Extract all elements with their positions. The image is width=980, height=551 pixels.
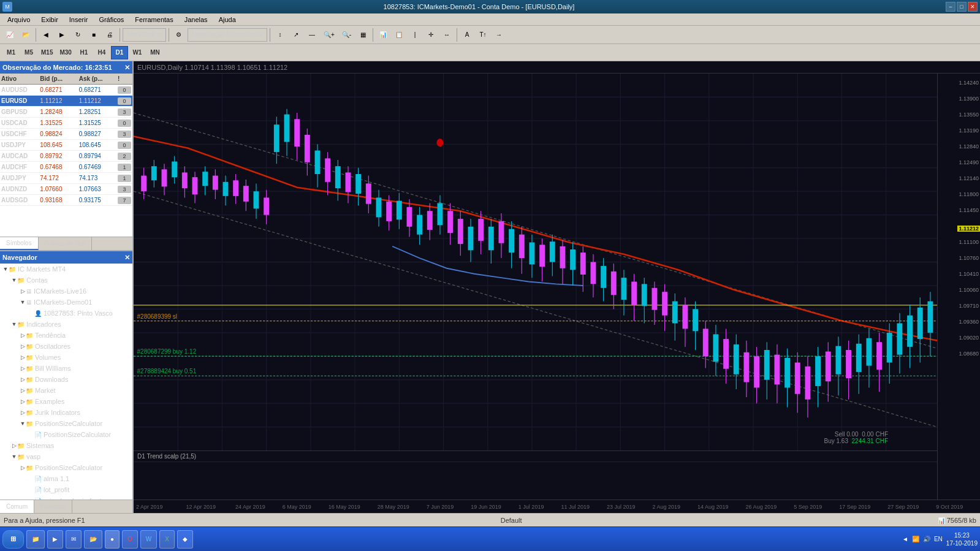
tree-item-vasp[interactable]: ▼📁vasp (0, 451, 132, 462)
nav-tab-favoritos[interactable]: Favoritos (34, 500, 72, 513)
tree-item-contas[interactable]: ▼📁Contas (0, 275, 132, 286)
tf-h4[interactable]: H4 (93, 46, 110, 59)
mw-row-eurusd[interactable]: EURUSD 1.11212 1.11212 0 (0, 96, 132, 107)
trend-line-btn[interactable]: ↗ (289, 28, 303, 42)
bid-price: 74.172 (40, 175, 78, 181)
indicators-btn[interactable]: 📊 (376, 28, 390, 42)
svg-rect-141 (642, 284, 647, 306)
text-btn[interactable]: A (460, 28, 474, 42)
mw-row-usdchf[interactable]: USDCHF 0.98824 0.98827 3 (0, 129, 132, 140)
mw-row-audcad[interactable]: AUDCAD 0.89792 0.89794 2 (0, 151, 132, 162)
tree-item-alma-1-1[interactable]: 📄alma 1.1 (0, 473, 132, 484)
menu-inserir[interactable]: Inserir (64, 15, 93, 25)
tree-item-market[interactable]: ▷📁Market (0, 385, 132, 396)
tf-m1[interactable]: M1 (2, 46, 20, 59)
menu-janelas[interactable]: Janelas (180, 15, 213, 25)
expand-icon: ▼ (20, 299, 26, 305)
menu-ajuda[interactable]: Ajuda (214, 15, 241, 25)
tree-item-positionsizecalculator[interactable]: ▷📁PositionSizeCalculator (0, 462, 132, 473)
taskbar-wmp[interactable]: ▶ (47, 530, 63, 549)
tree-item-positionsizecalculator[interactable]: 📄PositionSizeCalculator (0, 429, 132, 440)
mw-row-gbpusd[interactable]: GBPUSD 1.28248 1.28251 3 (0, 107, 132, 118)
bid-price: 0.93168 (40, 197, 78, 203)
expand-icon: ▼ (2, 266, 9, 272)
refresh-btn[interactable]: ↻ (70, 28, 85, 42)
templates-btn[interactable]: 📋 (392, 28, 406, 42)
tree-item-volumes[interactable]: ▷📁Volumes (0, 352, 132, 363)
taskbar-outlook[interactable]: ✉ (66, 530, 82, 549)
fwd-btn[interactable]: ▶ (55, 28, 69, 42)
mw-row-audjpy[interactable]: AUDJPY 74.172 74.173 1 (0, 173, 132, 184)
close-button[interactable]: ✕ (968, 2, 978, 12)
tree-item-downloads[interactable]: ▷📁Downloads (0, 374, 132, 385)
mw-row-audnzd[interactable]: AUDNZD 1.07660 1.07663 3 (0, 184, 132, 195)
hline-btn[interactable]: — (305, 28, 319, 42)
taskbar-mt4[interactable]: ◆ (177, 530, 193, 549)
tree-item-bill-williams[interactable]: ▷📁Bill Williams (0, 363, 132, 374)
open-btn[interactable]: 📂 (18, 28, 33, 42)
zoom-out-btn[interactable]: 🔍- (339, 28, 354, 42)
tree-item-indicadores[interactable]: ▼📁Indicadores (0, 319, 132, 330)
tree-item-icmarkets-live16[interactable]: ▷🖥ICMarkets-Live16 (0, 286, 132, 297)
new-chart-btn[interactable]: 📈 (2, 28, 17, 42)
tf-m15[interactable]: M15 (38, 46, 56, 59)
crosshair-btn[interactable]: ✛ (424, 28, 438, 42)
line-studies-btn[interactable]: ↕ (273, 28, 287, 42)
drag-btn[interactable]: ↔ (439, 28, 454, 42)
taskbar-chrome[interactable]: ● (105, 530, 120, 549)
chart-type-btn[interactable]: ▦ (355, 28, 370, 42)
mw-close-btn[interactable]: ✕ (124, 64, 130, 72)
tree-item-price-border-indicator[interactable]: 📄price-border-indicator (0, 495, 132, 500)
tf-h1[interactable]: H1 (75, 46, 93, 59)
mw-row-audusd[interactable]: AUDUSD 0.68271 0.68271 0 (0, 85, 132, 96)
folder-icon: 📁 (26, 465, 33, 471)
nova-ordem-btn[interactable]: Nova Ordem (123, 28, 166, 42)
start-button[interactable]: ⊞ (2, 530, 24, 549)
tree-item-lot-profit[interactable]: 📄lot_profit (0, 484, 132, 495)
tf-m30[interactable]: M30 (56, 46, 74, 59)
zoom-in-btn[interactable]: 🔍+ (321, 28, 338, 42)
taskbar-files[interactable]: 📂 (84, 530, 102, 549)
tree-item-10827853--pinto-vasco[interactable]: 👤10827853: Pinto Vasco (0, 308, 132, 319)
tree-item-osciladores[interactable]: ▷📁Osciladores (0, 341, 132, 352)
negociacao-btn[interactable]: Negociação Automatizada (188, 28, 267, 42)
tree-item-jurik-indicators[interactable]: ▷📁Jurik Indicators (0, 407, 132, 418)
stop-btn[interactable]: ■ (86, 28, 101, 42)
label-btn[interactable]: T↑ (476, 28, 490, 42)
maximize-button[interactable]: □ (957, 2, 967, 12)
tf-d1[interactable]: D1 (111, 46, 128, 59)
chart-canvas-container[interactable]: #280689399 sl #280687299 buy 1.12 #27888… (134, 74, 937, 500)
nav-close-btn[interactable]: ✕ (124, 254, 130, 262)
tree-item-sistemas[interactable]: ▷📁Sistemas (0, 440, 132, 451)
tray-arrow[interactable]: ◄ (902, 536, 908, 542)
minimize-button[interactable]: – (946, 2, 955, 12)
arrow-btn[interactable]: → (492, 28, 506, 42)
tree-item-tend-ncia[interactable]: ▷📁Tendência (0, 330, 132, 341)
taskbar-explorer[interactable]: 📁 (26, 530, 45, 549)
mw-row-usdjpy[interactable]: USDJPY 108.645 108.645 0 (0, 140, 132, 151)
mw-tab-tick[interactable]: Gráfico de Tick (39, 237, 93, 250)
tf-w1[interactable]: W1 (129, 46, 146, 59)
menu-arquivo[interactable]: Arquivo (2, 15, 35, 25)
period-sep-btn[interactable]: | (408, 28, 422, 42)
tree-label: IC Markets MT4 (18, 265, 66, 273)
tf-m5[interactable]: M5 (20, 46, 37, 59)
tree-item-examples[interactable]: ▷📁Examples (0, 396, 132, 407)
menu-ferramentas[interactable]: Ferramentas (130, 15, 178, 25)
taskbar-excel[interactable]: X (159, 530, 175, 549)
back-btn[interactable]: ◀ (39, 28, 53, 42)
taskbar-word[interactable]: W (140, 530, 157, 549)
nav-tab-comum[interactable]: Comum (0, 500, 34, 513)
mw-row-audsgd[interactable]: AUDSGD 0.93168 0.93175 7 (0, 195, 132, 206)
menu-exibir[interactable]: Exibir (36, 15, 63, 25)
mw-row-usdcad[interactable]: USDCAD 1.31525 1.31525 0 (0, 118, 132, 129)
print-btn[interactable]: 🖨 (102, 28, 117, 42)
mw-row-audchf[interactable]: AUDCHF 0.67468 0.67469 1 (0, 162, 132, 173)
tree-item-icmarkets-demo01[interactable]: ▼🖥ICMarkets-Demo01 (0, 297, 132, 308)
tree-item-ic-markets-mt4[interactable]: ▼📁IC Markets MT4 (0, 264, 132, 275)
mw-tab-simbolos[interactable]: Símbolos (0, 237, 39, 250)
menu-graficos[interactable]: Gráficos (94, 15, 129, 25)
taskbar-opera[interactable]: O (122, 530, 138, 549)
tree-item-positionsizecalculator[interactable]: ▼📁PositionSizeCalculator (0, 418, 132, 429)
tf-mn[interactable]: MN (146, 46, 164, 59)
